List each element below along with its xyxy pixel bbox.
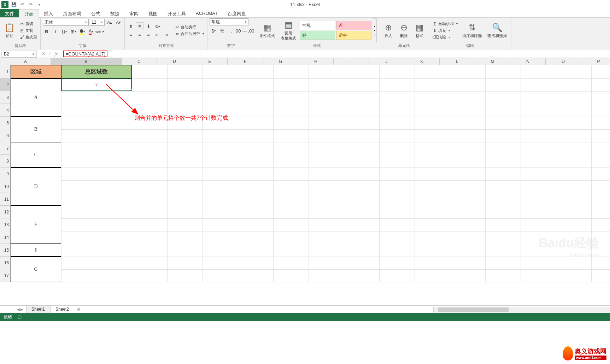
tab-insert[interactable]: 插入	[39, 9, 58, 17]
col-header-B[interactable]: B	[51, 58, 122, 65]
align-bottom-button[interactable]: ⬇	[145, 22, 152, 30]
tab-developer[interactable]: 开发工具	[163, 9, 191, 17]
comma-button[interactable]: ,	[227, 27, 235, 35]
row-header-6[interactable]: 6	[0, 129, 11, 142]
col-header-P[interactable]: P	[581, 58, 610, 65]
enter-formula-icon[interactable]: ✓	[48, 51, 52, 57]
row-header-2[interactable]: 2	[0, 78, 11, 91]
row-header-16[interactable]: 16	[0, 257, 11, 269]
font-name-combo[interactable]: 宋体▾	[43, 19, 89, 26]
format-as-table-button[interactable]: ▤套用 表格格式	[278, 18, 298, 42]
number-format-combo[interactable]: 常规▾	[210, 18, 248, 25]
cell-style-normal[interactable]: 常规	[300, 21, 335, 30]
qat-dropdown-icon[interactable]: ▾	[36, 1, 42, 8]
bold-button[interactable]: B	[43, 28, 51, 35]
save-icon[interactable]: 💾	[11, 1, 17, 8]
find-select-button[interactable]: 🔍查找和选择	[485, 18, 509, 42]
increase-decimal-button[interactable]: .00→	[236, 27, 244, 35]
col-header-A[interactable]: A	[0, 58, 51, 65]
decrease-indent-button[interactable]: ⇤	[153, 31, 161, 39]
cell-A12-merged[interactable]: E	[11, 206, 61, 244]
copy-button[interactable]: ⎘复制	[18, 28, 38, 34]
row-header-5[interactable]: 5	[0, 117, 11, 129]
cell-A15-merged[interactable]: F	[11, 244, 61, 257]
border-button[interactable]: ⊞▾	[69, 28, 77, 35]
cell-A7-merged[interactable]: C	[11, 142, 61, 168]
formula-input[interactable]: =COUNTA(A2:A17)	[61, 51, 610, 57]
autosum-button[interactable]: Σ自动求和▾	[431, 21, 459, 27]
increase-indent-button[interactable]: ⇥	[162, 31, 170, 39]
tab-formulas[interactable]: 公式	[86, 9, 105, 17]
row-header-8[interactable]: 8	[0, 155, 11, 168]
delete-cells-button[interactable]: ⊖删除	[397, 18, 411, 42]
font-color-button[interactable]: A▾	[87, 28, 95, 35]
macro-record-icon[interactable]: ▢	[18, 315, 22, 319]
col-header-G[interactable]: G	[263, 58, 298, 65]
fill-button[interactable]: ⬇填充▾	[431, 28, 459, 34]
align-center-button[interactable]: ≡	[136, 31, 143, 39]
phonetic-button[interactable]: wén▾	[96, 28, 104, 35]
col-header-N[interactable]: N	[510, 58, 546, 65]
align-right-button[interactable]: ≡	[145, 31, 152, 39]
cell-B1[interactable]: 总区域数	[61, 65, 132, 78]
fill-color-button[interactable]: ⬢▾	[78, 28, 86, 35]
col-header-L[interactable]: L	[440, 58, 475, 65]
col-header-O[interactable]: O	[546, 58, 581, 65]
col-header-D[interactable]: D	[157, 58, 192, 65]
row-header-3[interactable]: 3	[0, 91, 11, 104]
row-header-15[interactable]: 15	[0, 244, 11, 257]
col-header-I[interactable]: I	[334, 58, 369, 65]
add-sheet-button[interactable]: ⊕	[74, 307, 83, 312]
name-box[interactable]: B2▾	[1, 51, 37, 58]
redo-icon[interactable]: ↷	[28, 1, 34, 8]
undo-icon[interactable]: ↶	[19, 1, 25, 8]
row-header-10[interactable]: 10	[0, 180, 11, 193]
cell-A1[interactable]: 区域	[11, 65, 61, 78]
paste-button[interactable]: 📋 粘贴	[2, 18, 17, 42]
col-header-J[interactable]: J	[369, 58, 404, 65]
cell-A9-merged[interactable]: D	[11, 168, 61, 206]
row-header-9[interactable]: 9	[0, 168, 11, 180]
cell-style-neutral[interactable]: 适中	[336, 31, 371, 40]
align-middle-button[interactable]: ≡	[136, 22, 143, 30]
sheet-tab-2[interactable]: Sheet2	[50, 306, 74, 313]
tab-data[interactable]: 数据	[105, 9, 124, 17]
tab-review[interactable]: 审阅	[124, 9, 143, 17]
percent-button[interactable]: %	[218, 27, 226, 35]
increase-font-button[interactable]: A▴	[106, 18, 113, 26]
cells-area[interactable]: 则合并的单元格个数一共7个计数完成 Baidu经验 jingyan.baidu …	[11, 65, 610, 282]
tab-acrobat[interactable]: ACROBAT	[191, 9, 223, 17]
clear-button[interactable]: ⌫清除▾	[431, 34, 459, 40]
row-header-7[interactable]: 7	[0, 142, 11, 155]
row-header-14[interactable]: 14	[0, 231, 11, 244]
cell-A2-merged[interactable]: A	[11, 78, 61, 117]
underline-button[interactable]: U▾	[60, 28, 68, 35]
tab-file[interactable]: 文件	[0, 9, 19, 17]
tab-baidu[interactable]: 百度网盘	[223, 9, 251, 17]
worksheet-grid[interactable]: ABCDEFGHIJKLMNOP 12345678910111213141516…	[0, 58, 610, 305]
cell-style-bad[interactable]: 差	[336, 21, 371, 30]
tab-page-layout[interactable]: 页面布局	[58, 9, 86, 17]
tab-view[interactable]: 视图	[143, 9, 163, 17]
styles-gallery-scroll[interactable]: ▴▾▿	[373, 18, 377, 42]
align-top-button[interactable]: ⬆	[127, 22, 135, 30]
italic-button[interactable]: I	[52, 28, 59, 35]
merge-center-button[interactable]: ⬌合并后居中▾	[174, 31, 205, 37]
sort-filter-button[interactable]: ⇅排序和筛选	[460, 18, 484, 42]
row-header-17[interactable]: 17	[0, 269, 11, 282]
sheet-nav-prev-icon[interactable]: ◀	[17, 307, 20, 311]
row-header-1[interactable]: 1	[0, 65, 11, 78]
decrease-font-button[interactable]: A▾	[115, 18, 122, 26]
row-header-11[interactable]: 11	[0, 193, 11, 206]
sheet-nav-next-icon[interactable]: ▶	[20, 307, 23, 311]
align-left-button[interactable]: ≡	[127, 31, 135, 39]
cut-button[interactable]: ✂剪切	[18, 21, 38, 27]
cell-style-good[interactable]: 好	[300, 31, 335, 40]
cell-A16-merged[interactable]: G	[11, 257, 61, 282]
row-header-12[interactable]: 12	[0, 206, 11, 218]
row-header-13[interactable]: 13	[0, 218, 11, 231]
format-painter-button[interactable]: 🖌格式刷	[18, 34, 38, 40]
orientation-button[interactable]: ⟲▾	[153, 22, 161, 30]
wrap-text-button[interactable]: ↩自动换行	[174, 24, 205, 30]
fx-icon[interactable]: fx	[54, 51, 58, 57]
